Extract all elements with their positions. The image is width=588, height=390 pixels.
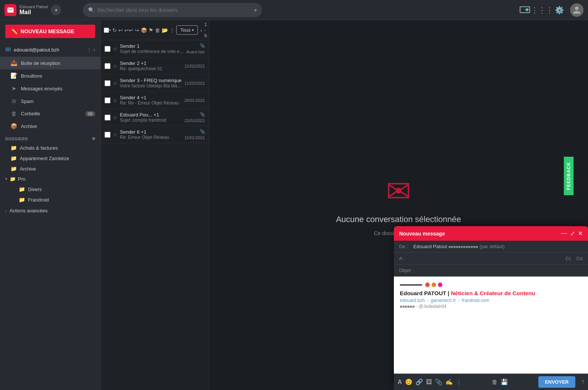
app-dropdown-button[interactable]: ▾ [51,5,61,15]
table-row[interactable]: ☆ Edouard Pou... +1 Sujet: compte frandr… [101,109,209,126]
compose-minimize-button[interactable]: — [561,230,567,237]
folder-item-achats[interactable]: 📁 Achats & factures [0,143,100,153]
compose-delete-draft-button[interactable]: 🗑 [492,379,498,386]
star-icon[interactable]: ☆ [113,97,118,103]
compose-expand-button[interactable]: ⤢ [570,230,575,237]
table-row[interactable]: ☆ Sender 1 Sujet de conférence de vote e… [101,40,209,57]
table-row[interactable]: ☆ Sender 3 - FREQ numérique Votre factur… [101,75,209,92]
email-checkbox[interactable] [105,132,111,138]
feedback-tab[interactable]: FEEDBACK [564,157,574,195]
forward-button[interactable]: ↪ [135,25,139,36]
sidebar-item-sent[interactable]: ➤ Messages envoyés [0,82,100,95]
dossiers-section-header: DOSSIERS ⊕ [0,132,100,143]
email-checkbox[interactable] [105,46,111,52]
compose-window: Nouveau message — ⤢ ✕ De : Edouard Patou… [394,226,588,390]
compose-more-options-button[interactable]: ⋮ [456,378,462,386]
signature-link-frandroid[interactable]: frandroid.com [462,298,489,303]
compose-subject-input[interactable] [416,268,583,273]
dropdown-arrow-icon[interactable]: ▾ [109,28,111,32]
compose-to-field[interactable]: A : Cc Cci [394,253,588,265]
folder-item-archive-custom[interactable]: 📁 Archive [0,163,100,174]
sidebar-item-drafts[interactable]: 📝 Brouillons [0,69,100,82]
search-bar[interactable]: 🔍 ▾ [83,3,262,17]
compose-bcc-button[interactable]: Cci [576,256,583,261]
select-all-button[interactable]: ▾ [104,25,111,36]
star-icon[interactable]: ☆ [113,115,118,121]
add-folder-button[interactable]: ⊕ [92,136,96,141]
compose-from-value: Edouard Patout ■■■■■■■■■■■■ (par défaut) [413,244,505,249]
folder-item-appartement[interactable]: 📁 Appartement Zambèze [0,153,100,163]
mail-logo [4,4,16,16]
email-checkbox[interactable] [105,80,111,86]
email-sender: Sender 3 - FREQ numérique [120,78,182,83]
compose-emoji-button[interactable]: 😊 [405,378,413,386]
compose-body[interactable]: Edouard PATOUT | Néticien & Créateur de … [394,277,588,374]
compose-icon: ✏️ [11,28,18,34]
search-input[interactable] [97,7,251,13]
refresh-button[interactable]: ↻ [112,25,117,36]
reply-all-button[interactable]: ↩↩ [124,25,133,36]
more-button[interactable]: ⋮ [169,25,175,36]
folder-item-divers[interactable]: 📁 Divers [0,184,100,194]
sidebar-item-trash[interactable]: 🗑 Corbeille 88 [0,107,100,120]
account-expand-icon[interactable]: › [93,47,95,53]
email-checkbox[interactable] [105,115,111,121]
signature-link-gamertech[interactable]: gamertech.fr [431,298,456,303]
star-icon[interactable]: ☆ [113,63,118,69]
new-message-button[interactable]: ✏️ NOUVEAU MESSAGE [5,25,95,38]
folder-group-pro[interactable]: ▾ 📁 Pro [0,174,100,184]
compose-send-button[interactable]: ENVOYER [538,376,576,388]
account-row[interactable]: ✉ edouard@patout.bzh ⋮ › [0,43,100,57]
archive-icon: 📦 [10,123,17,130]
folder-item-frandroid[interactable]: 📁 Frandroid [0,194,100,205]
user-avatar[interactable] [570,3,584,17]
email-date: 22/01/2021 [184,118,205,123]
logo-text: Edouard Patout Mail [19,4,48,16]
sidebar-item-spam[interactable]: ⊘ Spam [0,95,100,107]
app-name: Mail [19,9,48,16]
sidebar-item-archive[interactable]: 📦 Archive [0,120,100,132]
reply-button[interactable]: ↩ [118,25,123,36]
spam-icon: ⊘ [10,98,17,104]
compose-format-text-button[interactable]: A [398,379,402,386]
settings-icon[interactable]: ⚙️ [553,4,566,16]
compose-help-button[interactable]: ? [581,379,584,385]
star-icon[interactable]: ☆ [113,46,118,52]
email-date: Avant-hier [186,50,205,54]
advanced-actions[interactable]: › Actions avancées [0,205,100,216]
compose-cc-button[interactable]: Cc [566,256,571,261]
table-row[interactable]: ☆ Sender 2 +1 Re: quelquechose 01 12/02/… [101,57,209,75]
compose-to-input[interactable] [413,256,563,261]
compose-subject-field[interactable]: Objet : [394,265,588,277]
attachment-icon: 📎 [200,129,205,134]
account-more-icon[interactable]: ⋮ [87,47,92,53]
prev-page-button[interactable]: ‹ [200,27,202,33]
email-checkbox[interactable] [105,63,111,69]
email-meta: 📎 15/01/2021 [184,129,205,140]
move-button[interactable]: 📂 [162,25,168,36]
apps-icon[interactable]: ⋮⋮⋮ [536,4,548,16]
compose-close-button[interactable]: ✕ [578,230,583,237]
filter-button[interactable]: Tous ▾ [176,25,198,35]
compose-save-button[interactable]: 💾 [501,378,508,386]
select-all-checkbox[interactable] [104,28,109,33]
star-icon[interactable]: ☆ [113,80,118,86]
archive-toolbar-button[interactable]: 📦 [141,25,147,36]
star-icon[interactable]: ☆ [113,132,118,138]
compose-signature-button[interactable]: ✍ [445,378,453,386]
table-row[interactable]: ☆ Sender 4 +1 Re: Re - Erreur Objet Rése… [101,92,209,109]
chevron-down-icon: ▾ [5,177,7,181]
sidebar-item-inbox[interactable]: 📥 Boîte de réception [0,57,100,69]
folder-icon: 📁 [10,155,17,161]
compose-attachment-button[interactable]: 📎 [435,378,442,386]
screen-share-button[interactable] [519,4,531,16]
flag-button[interactable]: ⚑ [149,25,153,36]
table-row[interactable]: ☆ Sender 6 +1 Re: Erreur Objet Réseau 📎 … [101,126,209,143]
search-dropdown-icon[interactable]: ▾ [254,7,257,13]
compose-link-button[interactable]: 🔗 [416,378,423,386]
compose-image-button[interactable]: 🖼 [426,379,432,386]
signature-link-edouard[interactable]: edouard.bzh [400,298,425,303]
delete-button[interactable]: 🗑 [155,25,160,36]
sidebar-item-label: Corbeille [21,111,82,116]
email-checkbox[interactable] [105,97,111,103]
